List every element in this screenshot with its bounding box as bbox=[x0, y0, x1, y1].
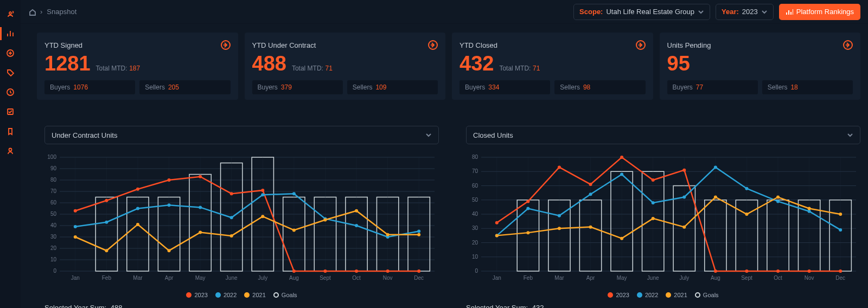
rankings-icon bbox=[786, 8, 793, 16]
rail-item-activity[interactable] bbox=[0, 84, 21, 101]
svg-point-165 bbox=[839, 228, 842, 232]
svg-point-162 bbox=[745, 187, 748, 190]
chevron-down-icon bbox=[698, 9, 704, 15]
svg-point-64 bbox=[417, 270, 420, 273]
svg-text:Mar: Mar bbox=[554, 275, 564, 281]
svg-point-157 bbox=[589, 193, 592, 196]
rail-item-add[interactable] bbox=[0, 44, 21, 62]
svg-point-86 bbox=[355, 209, 358, 213]
breadcrumb[interactable]: › Snapshot bbox=[28, 8, 76, 16]
chevron-down-icon bbox=[761, 9, 768, 15]
scope-dropdown[interactable]: Scope: Utah Life Real Estate Group bbox=[573, 4, 710, 20]
svg-point-63 bbox=[386, 270, 390, 273]
svg-text:June: June bbox=[226, 275, 238, 281]
rail-item-dashboard[interactable] bbox=[0, 25, 21, 42]
svg-point-59 bbox=[261, 189, 264, 192]
svg-text:May: May bbox=[617, 275, 627, 281]
chart-legend: 2023 2022 2021 Goals bbox=[466, 292, 860, 298]
platform-rankings-button[interactable]: Platform Rankings bbox=[779, 4, 860, 20]
svg-point-55 bbox=[136, 188, 139, 191]
user-icon bbox=[6, 146, 15, 155]
svg-point-164 bbox=[808, 210, 811, 213]
svg-point-150 bbox=[745, 270, 748, 273]
svg-point-88 bbox=[417, 233, 420, 236]
bookmark-icon bbox=[6, 127, 15, 136]
svg-point-168 bbox=[558, 227, 561, 230]
svg-point-155 bbox=[526, 207, 529, 210]
svg-text:Dec: Dec bbox=[414, 275, 424, 281]
kpi-title: YTD Signed bbox=[44, 41, 82, 49]
scope-value: Utah Life Real Estate Group bbox=[606, 8, 694, 16]
rail-item-people[interactable] bbox=[0, 5, 21, 23]
svg-point-77 bbox=[74, 235, 77, 239]
kpi-ytd-under-contract: YTD Under Contract 488 Total MTD: 71 Buy… bbox=[245, 33, 446, 100]
plus-circle-icon bbox=[6, 49, 15, 57]
svg-point-177 bbox=[839, 213, 842, 216]
svg-point-144 bbox=[558, 165, 561, 169]
svg-point-167 bbox=[526, 231, 529, 234]
svg-point-143 bbox=[526, 200, 529, 203]
svg-point-174 bbox=[745, 213, 748, 216]
kpi-sellers: Sellers98 bbox=[554, 80, 645, 94]
rail-item-tag[interactable] bbox=[0, 64, 21, 81]
kpi-buyers: Buyers1076 bbox=[44, 80, 135, 94]
svg-point-76 bbox=[417, 230, 420, 233]
arrow-right-circle-icon[interactable] bbox=[221, 40, 231, 50]
chevron-down-icon bbox=[847, 132, 853, 138]
svg-point-60 bbox=[292, 270, 296, 273]
bar-chart-icon bbox=[6, 29, 15, 38]
svg-text:50: 50 bbox=[50, 211, 57, 217]
svg-text:Feb: Feb bbox=[524, 275, 533, 281]
arrow-right-circle-icon[interactable] bbox=[428, 40, 438, 50]
svg-point-82 bbox=[230, 234, 233, 238]
rail-item-tasks[interactable] bbox=[0, 103, 21, 120]
svg-point-71 bbox=[261, 193, 264, 196]
chart-type-select[interactable]: Under Contract Units bbox=[44, 126, 439, 144]
svg-point-79 bbox=[136, 223, 139, 226]
svg-text:July: July bbox=[258, 275, 267, 281]
svg-point-161 bbox=[714, 165, 717, 169]
arrow-right-circle-icon[interactable] bbox=[843, 40, 853, 50]
svg-point-175 bbox=[776, 196, 780, 199]
svg-point-152 bbox=[808, 270, 811, 273]
rail-item-bookmarks[interactable] bbox=[0, 123, 21, 140]
kpi-sellers: Sellers109 bbox=[347, 80, 438, 94]
svg-text:60: 60 bbox=[50, 200, 57, 206]
svg-point-56 bbox=[168, 178, 171, 182]
svg-text:70: 70 bbox=[50, 188, 57, 194]
chart-type-select[interactable]: Closed Units bbox=[466, 126, 860, 144]
svg-text:40: 40 bbox=[472, 211, 478, 217]
svg-text:Nov: Nov bbox=[383, 275, 393, 281]
home-icon bbox=[28, 8, 36, 16]
svg-text:Aug: Aug bbox=[711, 275, 720, 281]
svg-point-70 bbox=[230, 216, 233, 219]
svg-text:0: 0 bbox=[53, 268, 56, 274]
svg-text:20: 20 bbox=[50, 245, 57, 251]
svg-point-160 bbox=[682, 196, 686, 199]
svg-point-85 bbox=[323, 219, 327, 222]
svg-point-159 bbox=[652, 201, 655, 204]
year-dropdown[interactable]: Year: 2023 bbox=[716, 4, 774, 20]
check-square-icon bbox=[6, 107, 15, 116]
rail-item-user[interactable] bbox=[0, 142, 21, 159]
breadcrumb-page: Snapshot bbox=[47, 8, 76, 16]
arrow-right-circle-icon[interactable] bbox=[636, 40, 646, 50]
kpi-value: 432 bbox=[459, 53, 494, 74]
kpi-title: Units Pending bbox=[667, 41, 711, 49]
svg-text:10: 10 bbox=[472, 254, 478, 260]
kpi-title: YTD Closed bbox=[459, 41, 497, 49]
svg-point-78 bbox=[105, 249, 108, 252]
svg-text:30: 30 bbox=[50, 234, 57, 240]
kpi-units-pending: Units Pending 95 Buyers77 Sellers18 bbox=[660, 33, 861, 100]
svg-point-147 bbox=[652, 178, 655, 182]
kpi-value: 1281 bbox=[44, 53, 91, 74]
svg-text:20: 20 bbox=[472, 240, 478, 246]
year-value: 2023 bbox=[742, 8, 758, 16]
svg-text:July: July bbox=[679, 275, 689, 281]
svg-point-163 bbox=[776, 200, 780, 203]
svg-text:Sept: Sept bbox=[320, 275, 331, 281]
kpi-value: 488 bbox=[252, 53, 286, 74]
clock-icon bbox=[6, 88, 15, 97]
chart-canvas: 0102030405060708090100JanFebMarAprMayJun… bbox=[44, 149, 439, 290]
svg-point-65 bbox=[74, 225, 77, 228]
